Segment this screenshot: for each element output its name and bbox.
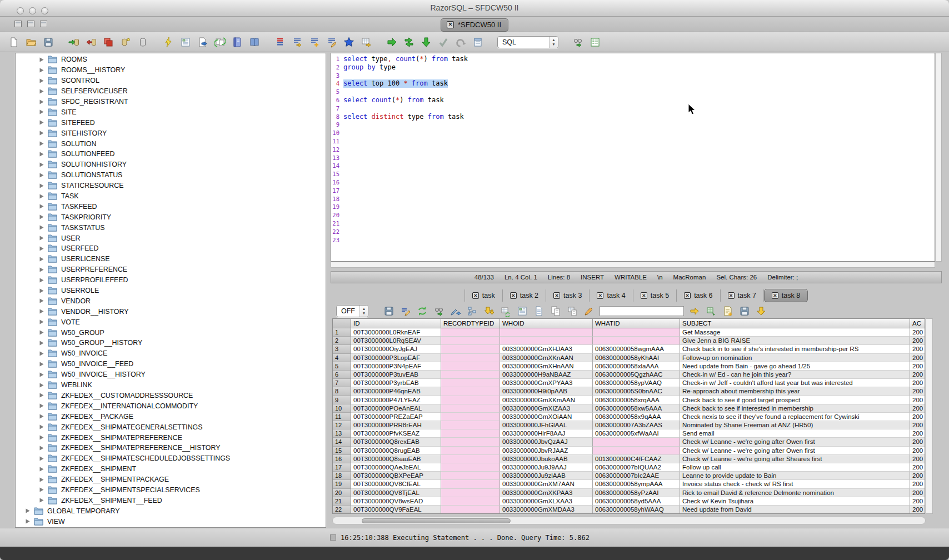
cell-recordtypeid[interactable] xyxy=(441,328,500,337)
cell-whatid[interactable]: 006300000058yhWAAQ xyxy=(593,506,680,514)
describe-form-icon[interactable] xyxy=(516,305,528,317)
row-number[interactable]: 10 xyxy=(333,404,351,413)
cell-recordtypeid[interactable] xyxy=(441,404,500,413)
expand-triangle-icon[interactable] xyxy=(39,487,44,492)
cell-subject[interactable]: Check nexis to see if they've found a re… xyxy=(680,413,910,421)
cell-recordtypeid[interactable] xyxy=(441,438,500,446)
expand-triangle-icon[interactable] xyxy=(39,309,44,314)
tree-item-zkfedex-package[interactable]: ZKFEDEX__PACKAGE xyxy=(16,411,326,422)
cell-recordtypeid[interactable] xyxy=(441,337,500,345)
cell-id[interactable]: 00T3000000Q8rugEAB xyxy=(351,447,441,455)
cell-id[interactable]: 00T3000000P3yrbEAB xyxy=(351,379,441,387)
tree-item-sitefeed[interactable]: SITEFEED xyxy=(16,117,326,128)
cell-id[interactable]: 00T3000000QV8CfEAL xyxy=(351,480,441,488)
scrollbar-thumb[interactable] xyxy=(362,518,511,523)
expand-triangle-icon[interactable] xyxy=(39,288,44,293)
cell-id[interactable]: 00T3000000P46qnEAB xyxy=(351,387,441,396)
new-file-icon[interactable] xyxy=(8,36,20,48)
cell-whatid[interactable]: 0013000000C4fFCAAZ xyxy=(593,455,680,463)
tree-item-taskpriority[interactable]: TASKPRIORITY xyxy=(16,212,326,222)
result-tab-task-8[interactable]: ✕task 8 xyxy=(764,289,808,302)
expand-triangle-icon[interactable] xyxy=(39,109,44,114)
db-cylinder-icon[interactable] xyxy=(137,36,149,48)
cell-subject[interactable]: Check-in w/ Ed - can he join this year? xyxy=(680,371,910,379)
cell-subject[interactable]: Give Jenn a BIG RAISE xyxy=(680,337,910,345)
tree-item-userprofilefeed[interactable]: USERPROFILEFEED xyxy=(16,275,326,286)
cell-subject[interactable]: Leanne to provide update to Bain xyxy=(680,472,910,480)
expand-triangle-icon[interactable] xyxy=(39,424,44,429)
column-header-whatid[interactable]: WHATID xyxy=(593,319,680,328)
note-plus-icon[interactable] xyxy=(722,305,734,317)
refresh-pages-icon[interactable] xyxy=(214,36,226,48)
cell-whatid[interactable] xyxy=(593,447,680,455)
cell-whatid[interactable] xyxy=(593,337,680,345)
cell-whoid[interactable]: 0033000000H9aNBAAZ xyxy=(500,371,593,379)
cell-whatid[interactable]: 006300000058yd5AAA xyxy=(593,497,680,506)
cell-recordtypeid[interactable] xyxy=(441,345,500,353)
cell-recordtypeid[interactable] xyxy=(441,480,500,488)
tree-item-taskstatus[interactable]: TASKSTATUS xyxy=(16,222,326,233)
cell-whatid[interactable]: 006300000058xrqAAA xyxy=(593,396,680,404)
cell-ac[interactable]: 200 xyxy=(910,404,925,413)
expand-triangle-icon[interactable] xyxy=(39,78,44,83)
row-number[interactable]: 8 xyxy=(333,387,351,396)
save-icon[interactable] xyxy=(738,305,751,317)
cell-id[interactable]: 00T3000000P3LopEAF xyxy=(351,354,441,362)
pen-orange-icon[interactable] xyxy=(583,305,595,317)
cell-whatid[interactable]: 006300000058x9qAAA xyxy=(593,413,680,421)
table-vertical-scrollbar[interactable] xyxy=(926,318,933,514)
window-control-icon[interactable] xyxy=(27,21,34,27)
cell-ac[interactable]: 200 xyxy=(910,438,925,446)
cell-whatid[interactable] xyxy=(593,328,680,337)
cell-subject[interactable]: Check back in to see if she's interested… xyxy=(680,345,910,353)
tree-item-w50-invoice-feed[interactable]: W50_INVOICE__FEED xyxy=(16,359,326,369)
expand-triangle-icon[interactable] xyxy=(25,508,30,513)
tree-item-userlicense[interactable]: USERLICENSE xyxy=(16,254,326,264)
cell-subject[interactable]: Rick to email David & reference Delmonte… xyxy=(680,489,910,497)
cell-recordtypeid[interactable] xyxy=(441,396,500,404)
tree-item-solutionstatus[interactable]: SOLUTIONSTATUS xyxy=(16,170,326,181)
cell-recordtypeid[interactable] xyxy=(441,379,500,387)
find-glasses-icon[interactable] xyxy=(572,36,584,48)
tree-item-rooms-history[interactable]: ROOMS__HISTORY xyxy=(16,65,326,76)
cell-id[interactable]: 00T3000000POeAnEAL xyxy=(351,404,441,413)
cell-subject[interactable]: Get Massage xyxy=(680,328,910,337)
column-header-recordtypeid[interactable]: RECORDTYPEID xyxy=(441,319,500,328)
minimize-window-button[interactable] xyxy=(29,7,36,14)
tree-item-vendor-history[interactable]: VENDOR__HISTORY xyxy=(16,306,326,317)
copy-red-icon[interactable] xyxy=(102,36,114,48)
tree-item-zkfedex-internationalcommodity[interactable]: ZKFEDEX__INTERNATIONALCOMMODITY xyxy=(16,401,326,411)
cell-whatid[interactable]: 006300000058wgmAAA xyxy=(593,345,680,353)
cell-whatid[interactable] xyxy=(593,438,680,446)
cell-subject[interactable]: Check w/ Kevin Tsujihara xyxy=(680,497,910,506)
cell-subject[interactable]: Check w/ Leanne - we're going after Shea… xyxy=(680,455,910,463)
result-tab-task-7[interactable]: ✕task 7 xyxy=(721,289,764,302)
new-db-icon[interactable] xyxy=(119,36,132,48)
cell-id[interactable]: 00T3000000Q8rexEAB xyxy=(351,438,441,446)
edit-arrow-icon[interactable] xyxy=(449,305,462,317)
cell-ac[interactable]: 200 xyxy=(910,489,925,497)
row-number[interactable]: 14 xyxy=(333,438,351,446)
list-results-icon[interactable] xyxy=(589,36,601,48)
row-number[interactable]: 12 xyxy=(333,421,351,429)
cell-subject[interactable]: Re-approach about membership this year xyxy=(680,387,910,396)
cell-subject[interactable]: Invoice status check - check w/ RS first xyxy=(680,480,910,488)
results-search-input[interactable] xyxy=(600,306,684,316)
cell-whoid[interactable] xyxy=(500,337,593,345)
db-green-icon[interactable] xyxy=(705,305,717,317)
cell-ac[interactable]: 200 xyxy=(910,354,925,362)
window-control-icon[interactable] xyxy=(40,21,47,27)
expand-triangle-icon[interactable] xyxy=(39,141,44,146)
statement-type-select[interactable]: SQL ▲▼ xyxy=(497,36,558,48)
expand-triangle-icon[interactable] xyxy=(39,362,44,367)
expand-triangle-icon[interactable] xyxy=(39,278,44,283)
close-window-button[interactable] xyxy=(17,7,24,14)
result-tab-task-4[interactable]: ✕task 4 xyxy=(590,289,633,302)
lightning-icon[interactable] xyxy=(162,36,174,48)
cell-id[interactable]: 00T3000000Q8sauEAB xyxy=(351,455,441,463)
export-page-icon[interactable] xyxy=(197,36,209,48)
expand-triangle-icon[interactable] xyxy=(39,456,44,461)
page-blue-icon[interactable] xyxy=(533,305,545,317)
cell-subject[interactable]: Need update from Bain - gave go ahead 1/… xyxy=(680,362,910,371)
arrows-down-yellow-icon[interactable] xyxy=(483,305,495,317)
